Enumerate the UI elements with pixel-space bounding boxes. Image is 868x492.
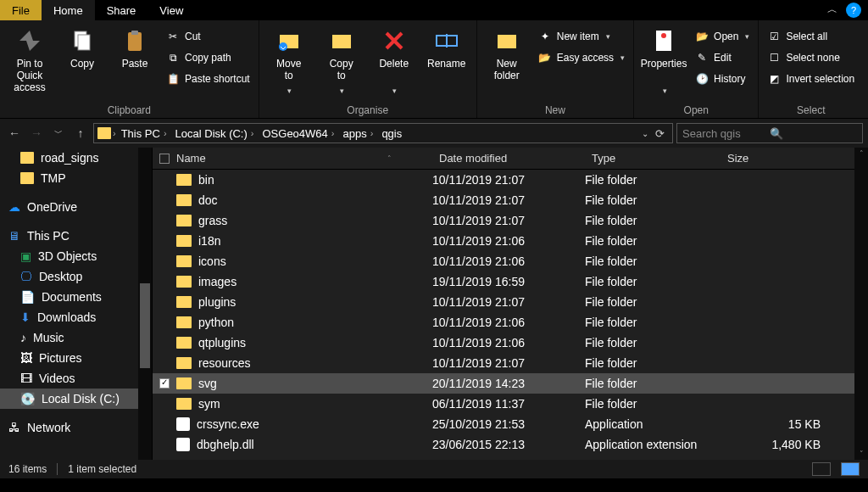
table-row[interactable]: images19/11/2019 16:59File folder: [153, 271, 854, 292]
tab-file[interactable]: File: [0, 0, 42, 20]
select-all-checkbox[interactable]: [159, 154, 170, 164]
help-icon[interactable]: ?: [846, 3, 861, 18]
nav-item-downloads[interactable]: ⬇Downloads: [0, 307, 152, 327]
view-details-button[interactable]: [812, 462, 831, 476]
file-name: resources: [198, 356, 250, 370]
row-checkbox[interactable]: [159, 378, 170, 389]
table-row[interactable]: i18n10/11/2019 21:06File folder: [153, 231, 854, 251]
breadcrumb-item[interactable]: OSGeo4W64›: [259, 127, 338, 140]
folder-icon: [176, 235, 192, 247]
column-headers: Name ˄ Date modified Type Size: [153, 148, 868, 170]
open-icon: 📂: [695, 30, 709, 43]
move-to-button[interactable]: Move to▾: [264, 24, 314, 97]
column-type[interactable]: Type: [592, 152, 615, 165]
recent-locations-button[interactable]: ﹀: [49, 127, 68, 139]
nav-item-road-signs[interactable]: road_signs: [0, 148, 152, 168]
nav-item-tmp[interactable]: TMP: [0, 168, 152, 188]
file-date: 06/11/2019 11:37: [432, 397, 525, 411]
select-all-button[interactable]: ☑ Select all: [764, 27, 858, 46]
column-date[interactable]: Date modified: [439, 152, 507, 165]
new-folder-button[interactable]: New folder: [482, 24, 531, 81]
back-button[interactable]: ←: [5, 126, 24, 140]
nav-item-network[interactable]: 🖧Network: [0, 417, 152, 438]
new-item-button[interactable]: ✦ New item▾: [535, 27, 628, 46]
nav-item-local-disk[interactable]: 💽Local Disk (C:): [0, 389, 152, 409]
nav-item-music[interactable]: ♪Music: [0, 327, 152, 348]
open-button[interactable]: 📂 Open▾: [692, 27, 753, 46]
table-row[interactable]: dbghelp.dll23/06/2015 22:13Application e…: [153, 434, 854, 455]
table-row[interactable]: grass10/11/2019 21:07File folder: [153, 210, 854, 231]
group-new: New folder ✦ New item▾ 📂 Easy access▾ Ne…: [477, 20, 634, 118]
copy-path-button[interactable]: ⧉ Copy path: [163, 48, 253, 67]
up-button[interactable]: ↑: [71, 126, 90, 140]
easy-access-button[interactable]: 📂 Easy access▾: [535, 48, 628, 67]
rename-button[interactable]: Rename: [422, 24, 471, 81]
file-name: svg: [198, 377, 217, 390]
file-name: i18n: [198, 234, 220, 248]
music-icon: ♪: [20, 331, 26, 344]
table-row[interactable]: crssync.exe25/10/2019 21:53Application15…: [153, 414, 854, 434]
nav-item-documents[interactable]: 📄Documents: [0, 287, 152, 307]
tab-view[interactable]: View: [147, 0, 195, 20]
paste-button[interactable]: Paste: [110, 24, 159, 81]
pin-icon: [16, 27, 43, 54]
this-pc-icon: 🖥: [8, 229, 20, 243]
table-row[interactable]: plugins10/11/2019 21:07File folder: [153, 292, 854, 312]
pin-to-quick-access-button[interactable]: Pin to Quick access: [5, 24, 54, 93]
breadcrumb-item[interactable]: qgis: [378, 127, 405, 140]
column-name[interactable]: Name: [176, 152, 206, 165]
refresh-button[interactable]: ⟳: [650, 127, 669, 140]
file-type: Application extension: [585, 438, 697, 451]
list-scrollbar[interactable]: ˄˅: [854, 148, 868, 460]
cut-button[interactable]: ✂ Cut: [163, 27, 253, 46]
videos-icon: 🎞: [20, 372, 32, 385]
view-large-icons-button[interactable]: [841, 462, 860, 476]
breadcrumb[interactable]: › This PC› Local Disk (C:)› OSGeo4W64› a…: [93, 123, 673, 143]
chevron-right-icon: ›: [113, 128, 116, 138]
invert-selection-button[interactable]: ◩ Invert selection: [764, 70, 858, 88]
table-row[interactable]: sym06/11/2019 11:37File folder: [153, 394, 854, 414]
nav-item-this-pc[interactable]: 🖥This PC: [0, 226, 152, 246]
tab-share[interactable]: Share: [95, 0, 148, 20]
table-row[interactable]: qtplugins10/11/2019 21:06File folder: [153, 333, 854, 353]
folder-icon: [176, 215, 192, 226]
table-row[interactable]: svg20/11/2019 14:23File folder: [153, 373, 854, 394]
nav-item-pictures[interactable]: 🖼Pictures: [0, 348, 152, 368]
breadcrumb-item[interactable]: Local Disk (C:)›: [172, 127, 258, 140]
select-none-button[interactable]: ☐ Select none: [764, 48, 858, 67]
paste-shortcut-button[interactable]: 📋 Paste shortcut: [163, 70, 253, 88]
copy-button[interactable]: Copy: [58, 24, 107, 81]
forward-button[interactable]: →: [27, 126, 46, 140]
delete-button[interactable]: Delete▾: [370, 24, 419, 97]
nav-scrollbar[interactable]: [138, 148, 152, 460]
edit-button[interactable]: ✎ Edit: [692, 48, 753, 67]
breadcrumb-dropdown-icon[interactable]: ⌄: [642, 129, 648, 138]
column-size[interactable]: Size: [727, 152, 748, 165]
copy-to-button[interactable]: Copy to▾: [317, 24, 366, 97]
properties-icon: [650, 27, 677, 54]
file-type: File folder: [585, 295, 637, 309]
group-select-label: Select: [764, 103, 858, 116]
new-folder-label: New folder: [494, 58, 520, 81]
search-input[interactable]: Search qgis 🔍: [676, 123, 863, 143]
file-date: 23/06/2015 22:13: [432, 438, 525, 451]
nav-item-desktop[interactable]: 🖵Desktop: [0, 266, 152, 287]
nav-item-videos[interactable]: 🎞Videos: [0, 368, 152, 389]
table-row[interactable]: resources10/11/2019 21:07File folder: [153, 353, 854, 373]
nav-item-3d-objects[interactable]: ▣3D Objects: [0, 246, 152, 266]
folder-icon: [176, 174, 192, 186]
tab-home[interactable]: Home: [42, 0, 95, 20]
nav-item-onedrive[interactable]: ☁OneDrive: [0, 197, 152, 217]
table-row[interactable]: bin10/11/2019 21:07File folder: [153, 170, 854, 190]
table-row[interactable]: doc10/11/2019 21:07File folder: [153, 190, 854, 210]
breadcrumb-item[interactable]: apps›: [340, 127, 377, 140]
properties-button[interactable]: Properties▾: [639, 24, 688, 97]
file-date: 10/11/2019 21:07: [432, 214, 525, 227]
file-name: qtplugins: [198, 336, 246, 349]
properties-label: Properties: [641, 58, 687, 81]
breadcrumb-item[interactable]: This PC›: [118, 127, 170, 140]
collapse-ribbon-icon[interactable]: ︿: [827, 0, 846, 20]
table-row[interactable]: icons10/11/2019 21:06File folder: [153, 251, 854, 271]
table-row[interactable]: python10/11/2019 21:06File folder: [153, 312, 854, 333]
history-button[interactable]: 🕑 History: [692, 70, 753, 88]
